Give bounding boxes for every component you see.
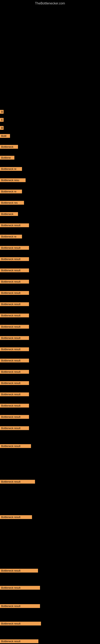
bottleneck-result-label: Bottleneck result (0, 426, 29, 430)
bottleneck-result-label: Bottleneck result (0, 280, 29, 284)
bottleneck-result-label: B (0, 110, 3, 114)
bottleneck-result-label: Bottleneck result (0, 302, 29, 306)
bottleneck-result-label: Bottlene (0, 156, 14, 160)
bottleneck-result-label: Bottleneck result (0, 480, 35, 484)
bottleneck-result-label: Bottleneck result (0, 347, 29, 351)
bottleneck-result-label: Bottleneck result (0, 359, 29, 362)
bottleneck-result-label: Bottleneck result (0, 325, 29, 329)
bottleneck-result-label: Bottleneck result (0, 586, 40, 590)
bottleneck-result-label: Bottleneck re (0, 167, 22, 171)
bottleneck-result-label: Bottleneck result (0, 224, 29, 227)
bottleneck-result-label: Bottleneck res (0, 201, 24, 205)
bottleneck-result-label: Bottleneck (0, 145, 18, 149)
bottleneck-result-label: Bottleneck result (0, 370, 29, 374)
bottleneck-result-label: Bottleneck result (0, 404, 29, 408)
bottleneck-result-label: Bottleneck result (0, 444, 31, 448)
bottleneck-result-label: Bottleneck result (0, 604, 40, 608)
bottleneck-result-label: E (0, 118, 3, 122)
bottleneck-result-label: Bottleneck (0, 212, 18, 216)
bottleneck-result-label: B (0, 126, 3, 130)
bottleneck-result-label: Bottleneck result (0, 569, 38, 572)
bottleneck-result-label: Bottleneck result (0, 415, 29, 419)
site-title: TheBottlenecker.com (0, 0, 100, 6)
bottleneck-result-label: Bottleneck result (0, 314, 29, 317)
bottleneck-result-label: Bottleneck result (0, 257, 29, 261)
bottleneck-result-label: Bottleneck re (0, 235, 22, 238)
bottleneck-result-label: Bottl (0, 134, 10, 138)
bottleneck-result-label: Bottleneck result (0, 381, 29, 385)
bottleneck-result-label: Bottleneck result (0, 291, 29, 295)
bottleneck-result-label: Bottleneck result (0, 246, 29, 250)
bottleneck-result-label: Bottleneck result (0, 639, 38, 643)
bottleneck-result-label: Bottleneck result (0, 622, 41, 626)
bottleneck-result-label: Bottleneck result (0, 268, 29, 272)
bottleneck-result-label: Bottleneck result (0, 392, 29, 396)
bottleneck-result-label: Bottleneck resu (0, 178, 26, 182)
bottleneck-result-label: Bottleneck re (0, 190, 22, 194)
bottleneck-result-label: Bottleneck result (0, 336, 29, 340)
bottleneck-result-label: Bottleneck result (0, 515, 32, 519)
